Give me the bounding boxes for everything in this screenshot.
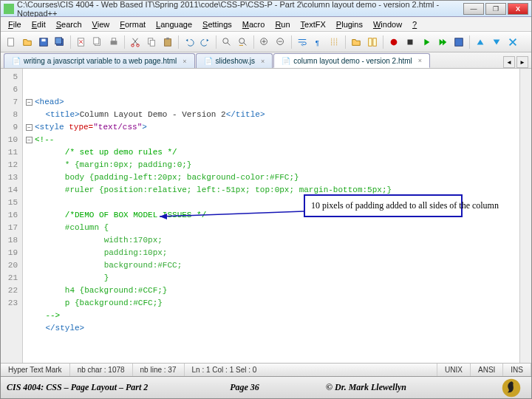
svg-rect-24 [408,39,413,44]
status-mode: INS [503,364,531,376]
play-multi-icon[interactable] [435,35,450,50]
menu-plugins[interactable]: Plugins [332,18,367,30]
maximize-button[interactable]: ❐ [485,3,506,15]
zoom-out-icon[interactable] [273,35,288,50]
close-button[interactable]: X [508,3,528,15]
menu-?[interactable]: ? [408,18,421,30]
svg-rect-7 [94,37,99,44]
stop-macro-icon[interactable] [403,35,417,50]
tab-label: writing a javascript variable to a web p… [24,57,177,65]
print-icon[interactable] [106,35,121,50]
app-icon [4,4,14,14]
menu-run[interactable]: Run [270,18,294,30]
footer-course: CIS 4004: CSS – Page Layout – Part 2 [1,382,193,393]
svg-rect-22 [373,38,376,46]
play-macro-icon[interactable] [419,35,434,50]
callout-arrow [160,216,304,217]
svg-text:¶: ¶ [316,38,319,46]
x-icon[interactable] [505,35,520,50]
tab-label: column layout demo - version 2.html [293,57,412,65]
menu-search[interactable]: Search [52,18,86,30]
menu-view[interactable]: View [88,18,115,30]
fold-toggle-icon[interactable]: − [26,124,33,131]
tab-close-icon[interactable]: × [261,58,265,65]
wrap-icon[interactable] [295,35,310,50]
save-all-icon[interactable] [52,35,67,50]
menu-language[interactable]: Language [151,18,197,30]
tab-close-icon[interactable]: × [418,57,422,64]
status-language: Hyper Text Mark [1,364,70,376]
footer-page: Page 36 [193,382,296,393]
close-all-icon[interactable] [90,35,105,50]
tab-label: slideshow.js [216,57,255,65]
status-nbline: nb line : 37 [133,364,185,376]
svg-point-23 [391,38,398,45]
cut-icon[interactable] [128,35,143,50]
footer-author: © Dr. Mark Llewellyn [296,382,491,393]
tab-close-icon[interactable]: × [183,58,186,65]
menu-settings[interactable]: Settings [198,18,236,30]
new-file-icon[interactable] [4,35,18,50]
triangle-icon[interactable] [473,35,488,50]
menu-bar: FileEditSearchViewFormatLanguageSettings… [1,17,531,32]
tab-bar: 📄writing a javascript variable to a web … [1,52,531,69]
svg-point-16 [223,38,228,43]
line-gutter: 567891011121314151617181920212223 [1,69,23,363]
folder-icon[interactable] [349,35,364,50]
undo-icon[interactable] [182,35,197,50]
indent-guide-icon[interactable] [327,35,342,50]
triangle2-icon[interactable] [489,35,504,50]
menu-window[interactable]: Window [369,18,406,30]
menu-file[interactable]: File [4,18,26,30]
svg-rect-15 [166,37,169,39]
ucf-logo-icon [491,377,531,399]
status-pos: Ln : 1 Col : 1 Sel : 0 [185,364,438,376]
menu-textfx[interactable]: TextFX [296,18,330,30]
tab[interactable]: 📄writing a javascript variable to a web … [4,53,195,68]
minimize-button[interactable]: — [463,3,484,15]
editor-area: 567891011121314151617181920212223 −<head… [1,69,531,363]
vertical-scrollbar[interactable] [519,69,531,363]
show-chars-icon[interactable]: ¶ [311,35,326,50]
svg-line-26 [160,211,304,216]
tab[interactable]: 📄slideshow.js× [196,53,273,68]
svg-rect-21 [369,38,372,46]
zoom-in-icon[interactable] [257,35,272,50]
fold-toggle-icon[interactable]: − [26,99,33,106]
window-title: C:\Courses\CIS 4004 - Web Based IT\Sprin… [17,0,463,18]
status-eol: UNIX [437,364,471,376]
fold-toggle-icon[interactable]: − [26,137,33,143]
save-macro-icon[interactable] [451,35,466,50]
open-file-icon[interactable] [20,35,35,50]
svg-point-17 [239,38,245,43]
slide-footer: CIS 4004: CSS – Page Layout – Part 2 Pag… [1,376,531,398]
tab-scroll-right[interactable]: ► [516,56,528,68]
status-bar: Hyper Text Mark nb char : 1078 nb line :… [1,363,531,376]
file-icon: 📄 [12,57,21,65]
menu-format[interactable]: Format [115,18,150,30]
status-nbchar: nb char : 1078 [70,364,133,376]
redo-icon[interactable] [198,35,213,50]
file-icon: 📄 [204,57,213,65]
status-encoding: ANSI [471,364,503,376]
replace-icon[interactable] [236,35,250,50]
doc-map-icon[interactable] [365,35,380,50]
svg-rect-0 [8,38,14,46]
tab[interactable]: 📄column layout demo - version 2.html× [273,53,430,68]
svg-rect-13 [150,40,154,46]
code-view[interactable]: −<head> <title>Column Layout Demo - Vers… [23,69,519,363]
svg-rect-4 [55,37,62,44]
menu-macro[interactable]: Macro [238,18,270,30]
paste-icon[interactable] [160,35,175,50]
title-bar: C:\Courses\CIS 4004 - Web Based IT\Sprin… [1,1,531,17]
menu-edit[interactable]: Edit [27,18,50,30]
toolbar: ¶ [1,32,531,52]
find-icon[interactable] [219,35,234,50]
svg-rect-2 [41,38,45,41]
save-icon[interactable] [36,35,51,50]
record-macro-icon[interactable] [386,35,401,50]
svg-rect-14 [165,38,171,46]
close-file-icon[interactable] [74,35,89,50]
tab-scroll-left[interactable]: ◄ [503,56,515,68]
copy-icon[interactable] [144,35,159,50]
